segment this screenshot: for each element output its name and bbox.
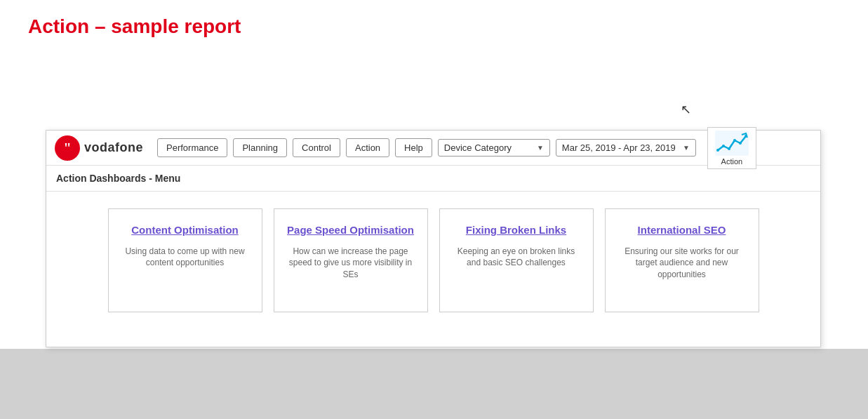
breadcrumb: Action Dashboards - Menu bbox=[46, 166, 820, 192]
svg-point-2 bbox=[722, 145, 725, 147]
svg-point-3 bbox=[728, 147, 730, 150]
card-international-seo-title: International SEO bbox=[638, 223, 726, 237]
card-page-speed-optimisation[interactable]: Page Speed Optimisation How can we incre… bbox=[274, 208, 428, 312]
vodafone-name: vodafone bbox=[84, 140, 143, 155]
card-international-seo-desc: Ensuring our site works for our target a… bbox=[617, 246, 747, 281]
page-title: Action – sample report bbox=[28, 15, 241, 38]
device-category-dropdown[interactable]: Device Category ▼ bbox=[438, 139, 550, 157]
nav-planning-button[interactable]: Planning bbox=[233, 138, 287, 157]
svg-point-5 bbox=[739, 142, 742, 145]
card-fixing-broken-desc: Keeping an eye on broken links and basic… bbox=[451, 246, 582, 270]
device-category-arrow-icon: ▼ bbox=[537, 144, 544, 152]
svg-point-1 bbox=[716, 149, 719, 152]
action-icon-label: Action bbox=[721, 157, 743, 166]
vodafone-icon: " bbox=[55, 135, 80, 161]
dashboard-header: " vodafone Performance Planning Control … bbox=[46, 131, 820, 166]
date-range-arrow-icon: ▼ bbox=[683, 144, 690, 152]
card-content-optimisation[interactable]: Content Optimisation Using data to come … bbox=[108, 208, 262, 312]
nav-help-button[interactable]: Help bbox=[395, 138, 432, 157]
card-international-seo[interactable]: International SEO Ensuring our site work… bbox=[605, 208, 759, 312]
nav-action-button[interactable]: Action bbox=[346, 138, 389, 157]
device-category-label: Device Category bbox=[444, 142, 512, 153]
card-page-speed-title: Page Speed Optimisation bbox=[287, 223, 414, 237]
card-fixing-broken-links[interactable]: Fixing Broken Links Keeping an eye on br… bbox=[439, 208, 594, 312]
action-icon-box[interactable]: Action bbox=[707, 127, 756, 169]
card-fixing-broken-title: Fixing Broken Links bbox=[466, 223, 566, 237]
cards-area: Content Optimisation Using data to come … bbox=[46, 192, 820, 329]
gray-footer-area bbox=[0, 349, 868, 419]
svg-point-4 bbox=[733, 139, 736, 142]
card-content-optimisation-title: Content Optimisation bbox=[131, 223, 239, 237]
date-range-dropdown[interactable]: Mar 25, 2019 - Apr 23, 2019 ▼ bbox=[556, 139, 696, 157]
nav-control-button[interactable]: Control bbox=[293, 138, 340, 157]
vodafone-logo: " vodafone bbox=[55, 135, 143, 161]
date-range-label: Mar 25, 2019 - Apr 23, 2019 bbox=[562, 142, 676, 153]
chart-icon bbox=[715, 131, 749, 156]
card-content-optimisation-desc: Using data to come up with new content o… bbox=[120, 246, 251, 270]
card-page-speed-desc: How can we increase the page speed to gi… bbox=[286, 246, 416, 281]
mouse-cursor: ↖ bbox=[681, 102, 691, 117]
nav-performance-button[interactable]: Performance bbox=[157, 138, 227, 157]
dashboard-container: " vodafone Performance Planning Control … bbox=[46, 130, 821, 347]
vodafone-quote-mark: " bbox=[63, 141, 71, 155]
